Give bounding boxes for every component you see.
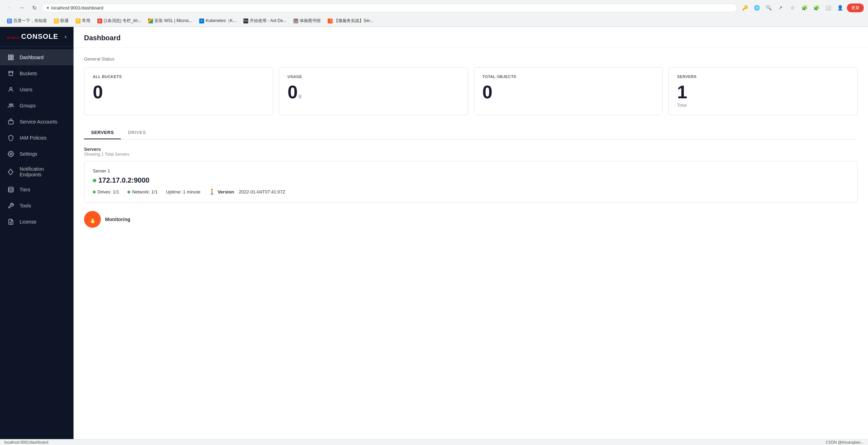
- stat-value-total-objects: 0: [482, 83, 654, 101]
- server-uptime: Uptime: 1 minute: [166, 189, 200, 195]
- server-meta: Drives: 1/1 Network: 1/1 Uptime: 1 minut…: [93, 189, 849, 195]
- bookmark-baidu-label: 百度一下，你知道: [13, 18, 47, 24]
- bookmark-windows[interactable]: 安装 WSL | Micros...: [145, 17, 195, 25]
- server-card-1: Server 1 172.17.0.2:9000 Drives: 1/1 Net…: [84, 161, 857, 203]
- sidebar-item-iam-policies[interactable]: IAM Policies: [0, 130, 74, 146]
- stat-label-usage: USAGE: [287, 75, 459, 79]
- sidebar-item-users[interactable]: Users: [0, 82, 74, 98]
- bookmark-library[interactable]: 📚 体验图书馆: [291, 17, 324, 25]
- bookmark-k8s[interactable]: K Kubenetes（K...: [196, 17, 239, 25]
- back-button[interactable]: ←: [4, 3, 14, 13]
- bookmark-changyong[interactable]: 常 常用: [73, 17, 93, 25]
- sidebar-logo: MINIO CONSOLE ‹: [0, 27, 74, 47]
- sidebar-item-groups-label: Groups: [20, 103, 36, 108]
- sidebar-item-dashboard-label: Dashboard: [20, 55, 44, 60]
- svg-point-8: [10, 153, 12, 155]
- profile-icon[interactable]: 👤: [835, 3, 845, 13]
- browser-chrome: ← → ↻ ● localhost:9001/dashboard 🔑 🌐 🔍 ↗…: [0, 0, 868, 27]
- servers-header: Servers Showing 1 Total Servers: [84, 147, 857, 157]
- server-version-text: 2022-01-04T07:41:07Z: [239, 189, 285, 195]
- extensions-icon[interactable]: 🧩: [799, 3, 809, 13]
- main-content: Dashboard General Status ALL BUCKETS 0 U…: [74, 27, 868, 439]
- monitoring-icon: 🔥: [84, 211, 101, 228]
- drives-dot: [93, 191, 96, 193]
- server-address: 172.17.0.2:9000: [93, 176, 849, 184]
- server-status-dot: [93, 179, 96, 182]
- sidebar-item-buckets[interactable]: Buckets: [0, 65, 74, 82]
- bookmark-library-label: 体验图书馆: [300, 18, 321, 24]
- sidebar: MINIO CONSOLE ‹ Dashboard: [0, 27, 74, 439]
- bookmark-micro[interactable]: 【 【微服务实战】Ser...: [325, 17, 376, 25]
- key-icon[interactable]: 🔑: [740, 3, 750, 13]
- stat-value-usage: 0: [287, 83, 298, 101]
- lock-icon: ●: [47, 5, 49, 10]
- search-icon[interactable]: 🔍: [764, 3, 773, 13]
- csdn-icon: C: [97, 19, 102, 23]
- tab-servers[interactable]: SERVERS: [84, 126, 121, 139]
- svg-rect-0: [8, 55, 10, 57]
- sidebar-item-notification-endpoints[interactable]: Notification Endpoints: [0, 162, 74, 182]
- liantong-icon: 联: [54, 19, 59, 23]
- window-icon[interactable]: ⬜: [823, 3, 833, 13]
- address-bar[interactable]: ● localhost:9001/dashboard: [42, 3, 737, 12]
- bookmark-csdn-label: (1条消息) 专栏_kh...: [104, 18, 141, 24]
- sidebar-item-tools[interactable]: Tools: [0, 198, 74, 214]
- stat-card-total-objects: TOTAL OBJECTS 0: [474, 67, 663, 115]
- svg-point-9: [8, 187, 13, 189]
- page-title: Dashboard: [84, 34, 857, 42]
- forward-button[interactable]: →: [17, 3, 27, 13]
- monitoring-icon-glyph: 🔥: [88, 215, 97, 224]
- translate-icon[interactable]: 🌐: [752, 3, 762, 13]
- bookmark-icon[interactable]: ☆: [787, 3, 797, 13]
- share-icon[interactable]: ↗: [776, 3, 785, 13]
- bookmark-liantong[interactable]: 联 联通: [51, 17, 71, 25]
- svg-rect-3: [12, 58, 13, 60]
- puzzle-icon[interactable]: 🧩: [811, 3, 821, 13]
- tabs: SERVERS DRIVES: [84, 126, 857, 139]
- update-button[interactable]: 更新: [847, 3, 864, 12]
- sidebar-item-settings[interactable]: Settings: [0, 146, 74, 162]
- notification-endpoints-icon: [7, 168, 15, 176]
- monitoring-section: 🔥 Monitoring: [84, 211, 857, 228]
- reload-button[interactable]: ↻: [29, 3, 39, 13]
- svg-point-5: [9, 104, 11, 106]
- sidebar-item-groups[interactable]: Groups: [0, 98, 74, 114]
- server-drives-text: Drives: 1/1: [97, 189, 119, 195]
- stat-value-usage-container: 0 B: [287, 83, 459, 101]
- bookmark-changyong-label: 常用: [82, 18, 90, 24]
- server-address-text: 172.17.0.2:9000: [98, 176, 150, 184]
- library-icon: 📚: [293, 19, 298, 23]
- address-text: localhost:9001/dashboard: [51, 5, 103, 10]
- tiers-icon: [7, 186, 15, 193]
- iam-policies-icon: [7, 134, 15, 142]
- sidebar-item-dashboard[interactable]: Dashboard: [0, 49, 74, 65]
- status-bar: localhost:9001/dashboard CSDN @khuangtia…: [0, 439, 868, 445]
- sidebar-toggle-button[interactable]: ‹: [65, 34, 67, 40]
- bookmark-antd[interactable]: Pro 开始使用 - Ant De...: [241, 17, 289, 25]
- sidebar-item-service-accounts[interactable]: Service Accounts: [0, 114, 74, 130]
- sidebar-item-service-accounts-label: Service Accounts: [20, 119, 57, 125]
- svg-point-6: [12, 104, 13, 106]
- servers-title: Servers: [84, 147, 857, 152]
- sidebar-item-buckets-label: Buckets: [20, 71, 37, 76]
- bookmark-k8s-label: Kubenetes（K...: [206, 18, 236, 24]
- k8s-icon: K: [199, 19, 204, 23]
- baidu-icon: 百: [7, 19, 12, 23]
- tab-drives[interactable]: DRIVES: [121, 126, 153, 139]
- bookmark-baidu[interactable]: 百 百度一下，你知道: [4, 17, 50, 25]
- stat-card-all-buckets: ALL BUCKETS 0: [84, 67, 273, 115]
- logo-console: CONSOLE: [21, 33, 58, 40]
- sidebar-item-users-label: Users: [20, 87, 33, 92]
- server-network: Network: 1/1: [127, 189, 158, 195]
- bookmark-csdn[interactable]: C (1条消息) 专栏_kh...: [95, 17, 144, 25]
- sidebar-item-license[interactable]: License: [0, 214, 74, 230]
- server-version: 🚶 Version 2022-01-04T07:41:07Z: [209, 189, 285, 195]
- bookmark-liantong-label: 联通: [60, 18, 69, 24]
- server-network-text: Network: 1/1: [132, 189, 158, 195]
- server-uptime-text: Uptime: 1 minute: [166, 189, 200, 195]
- server-drives: Drives: 1/1: [93, 189, 119, 195]
- general-status-label: General Status: [84, 56, 857, 62]
- status-csdn: CSDN @khuangtian...: [826, 440, 864, 444]
- sidebar-item-iam-policies-label: IAM Policies: [20, 135, 47, 141]
- sidebar-item-tiers[interactable]: Tiers: [0, 182, 74, 198]
